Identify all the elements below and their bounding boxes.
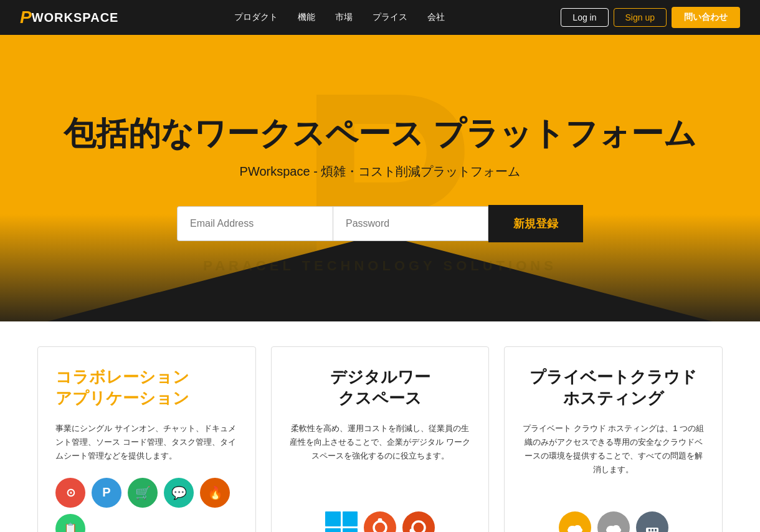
- password-input[interactable]: [333, 206, 488, 241]
- logo-workspace-text: WORKSPACE: [32, 11, 119, 25]
- ubuntu-icon: [364, 511, 396, 532]
- hero-form: 新規登録: [64, 205, 696, 242]
- ubuntu-icon-2: [402, 511, 435, 532]
- hero-title: 包括的なワークスペース プラットフォーム: [64, 114, 696, 153]
- card-collab-desc: 事業にシングル サインオン、チャット、ドキュメント管理、ソース コード管理、タス…: [55, 422, 238, 463]
- register-button[interactable]: 新規登録: [488, 205, 583, 242]
- card-cloud-title: プライベートクラウドホスティング: [530, 367, 697, 409]
- card-collab-icons: ⊙ P 🛒 💬 🔥 📋: [55, 478, 238, 532]
- icon-app4: 💬: [164, 478, 194, 508]
- card-digital: デジタルワークスペース 柔軟性を高め、運用コストを削減し、従業員の生産性を向上さ…: [271, 346, 490, 532]
- logo-p-letter: P: [20, 7, 32, 27]
- hero-content: 包括的なワークスペース プラットフォーム PWorkspace - 煩雑・コスト…: [64, 114, 696, 242]
- icon-app5: 🔥: [200, 478, 230, 508]
- svg-point-9: [612, 525, 620, 531]
- hero-section: P PARACEL TECHNOLOGY SOLUTIONS 包括的なワークスペ…: [0, 35, 760, 334]
- nav-pricing[interactable]: プライス: [373, 12, 407, 23]
- svg-rect-13: [655, 529, 657, 531]
- hero-subtitle: PWorkspace - 煩雑・コスト削減プラットフォーム: [64, 163, 696, 180]
- nav-buttons: Log in Sign up 問い合わせ: [561, 7, 740, 28]
- contact-button[interactable]: 問い合わせ: [672, 7, 740, 28]
- cloud-icon-2: [597, 511, 630, 532]
- hero-paracel-text: PARACEL TECHNOLOGY SOLUTIONS: [203, 258, 557, 274]
- icon-app1: ⊙: [55, 478, 85, 508]
- email-input[interactable]: [177, 206, 333, 241]
- windows-icon: [325, 511, 358, 532]
- card-cloud: プライベートクラウドホスティング プライベート クラウド ホスティングは、1 つ…: [504, 346, 723, 532]
- card-digital-title: デジタルワークスペース: [330, 367, 430, 409]
- nav-products[interactable]: プロダクト: [234, 12, 278, 23]
- card-collab: コラボレーションアプリケーション 事業にシングル サインオン、チャット、ドキュメ…: [37, 346, 256, 532]
- logo[interactable]: P WORKSPACE: [20, 7, 118, 27]
- cloud-icon-3: [636, 511, 668, 532]
- card-cloud-desc: プライベート クラウド ホスティングは、1 つの組織のみがアクセスできる専用の安…: [522, 422, 705, 496]
- nav-features[interactable]: 機能: [298, 12, 315, 23]
- svg-rect-12: [652, 529, 653, 531]
- svg-point-6: [574, 525, 581, 531]
- cloud-icon-1: [559, 511, 591, 532]
- nav-company[interactable]: 会社: [427, 12, 445, 23]
- card-digital-icons: [325, 511, 435, 532]
- nav-market[interactable]: 市場: [335, 12, 353, 23]
- svg-point-0: [374, 521, 386, 532]
- svg-point-2: [412, 521, 425, 532]
- navbar: P WORKSPACE プロダクト 機能 市場 プライス 会社 Log in S…: [0, 0, 760, 35]
- icon-app6: 📋: [55, 514, 85, 532]
- cards-section: コラボレーションアプリケーション 事業にシングル サインオン、チャット、ドキュメ…: [0, 321, 760, 532]
- login-button[interactable]: Log in: [561, 8, 608, 27]
- signup-button[interactable]: Sign up: [614, 8, 667, 27]
- card-cloud-icons: [559, 511, 668, 532]
- card-collab-title: コラボレーションアプリケーション: [55, 367, 238, 409]
- svg-rect-11: [648, 529, 650, 531]
- icon-app2: P: [92, 478, 121, 508]
- nav-links: プロダクト 機能 市場 プライス 会社: [234, 12, 445, 23]
- card-digital-desc: 柔軟性を高め、運用コストを削減し、従業員の生産性を向上させることで、企業がデジタ…: [289, 422, 472, 496]
- icon-app3: 🛒: [128, 478, 158, 508]
